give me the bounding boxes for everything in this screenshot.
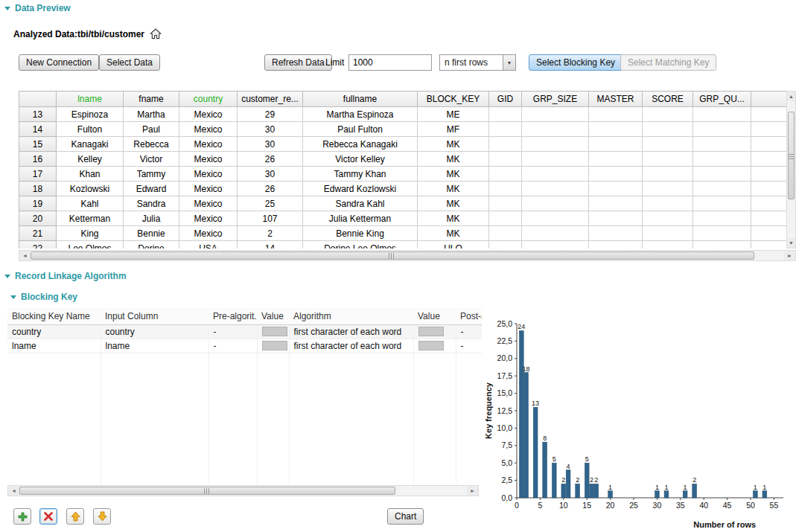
column-header-country[interactable]: country [179, 92, 238, 107]
data-cell [589, 241, 643, 249]
empty-cell [413, 409, 456, 423]
data-row[interactable]: 21KingBennieMexico2Bennie KingMK [19, 226, 787, 241]
data-cell: Victor [124, 152, 179, 167]
post-value-box [413, 324, 456, 339]
data-row[interactable]: 15KanagakiRebeccaMexico30Rebecca Kanagak… [19, 137, 787, 152]
vscroll-track[interactable] [787, 101, 795, 238]
limit-input[interactable] [348, 54, 432, 71]
delete-blocking-key-button[interactable] [39, 508, 57, 525]
value-box [418, 341, 444, 350]
data-cell: Mexico [179, 122, 238, 137]
row-number: 22 [19, 241, 57, 249]
data-row[interactable]: 13EspinozaMarthaMexico29Martha EspinozaM… [19, 107, 787, 122]
blocking-key-name-cell[interactable]: lname [7, 339, 101, 353]
column-header-block-key[interactable]: BLOCK_KEY [418, 92, 489, 107]
empty-cell [208, 381, 257, 395]
hscroll-track[interactable] [19, 486, 467, 496]
refresh-data-button[interactable]: Refresh Data [264, 54, 332, 71]
blocking-key-row[interactable]: countrycountry-first character of each w… [7, 324, 482, 339]
data-cell: ULO [418, 241, 489, 249]
empty-cell [456, 353, 482, 367]
vscroll-thumb[interactable] [788, 112, 795, 199]
blocking-table-horizontal-scrollbar[interactable]: ◄ ► [7, 485, 479, 496]
post-algorithm-cell[interactable]: - [456, 324, 482, 339]
hscroll-track[interactable] [31, 251, 784, 260]
empty-cell [289, 438, 413, 452]
post-algorithm-cell[interactable]: - [456, 339, 482, 353]
column-header-gid[interactable]: GID [489, 92, 522, 107]
rows-mode-dropdown[interactable]: n first rows ▼ [439, 54, 516, 71]
empty-cell [289, 409, 413, 423]
collapse-triangle-icon[interactable] [4, 7, 10, 10]
select-blocking-key-button[interactable]: Select Blocking Key [529, 54, 623, 71]
scroll-right-icon[interactable]: ► [467, 486, 478, 496]
move-down-button[interactable] [93, 508, 111, 525]
blocking-key-row[interactable]: lnamelname-first character of each word- [7, 339, 482, 353]
blocking-key-table[interactable]: Blocking Key NameInput ColumnPre-algorit… [7, 308, 482, 484]
input-column-cell[interactable]: lname [101, 339, 208, 353]
scroll-left-icon[interactable]: ◄ [19, 251, 31, 260]
add-blocking-key-button[interactable] [13, 508, 31, 525]
chart-button[interactable]: Chart [387, 508, 424, 525]
column-header-score[interactable]: SCORE [643, 92, 693, 107]
data-cell: Tammy Khan [303, 167, 418, 182]
collapse-triangle-icon[interactable] [4, 275, 10, 278]
new-connection-button[interactable]: New Connection [19, 54, 99, 71]
data-cell [522, 226, 589, 241]
data-row[interactable]: 20KettermanJuliaMexico107Julia Ketterman… [19, 211, 787, 226]
column-header-customer-re-[interactable]: customer_re... [238, 92, 303, 107]
data-cell: ME [418, 107, 489, 122]
bk-column-header-post-algorith-: Post-algorith... [456, 308, 482, 324]
column-header-grp-size[interactable]: GRP_SIZE [522, 92, 589, 107]
data-row[interactable]: 22Lee OlmosDorineUSA14Dorine Lee OlmosUL… [19, 241, 787, 249]
hscroll-thumb[interactable] [31, 251, 754, 260]
home-icon[interactable] [150, 28, 162, 39]
input-column-cell[interactable]: country [101, 324, 208, 339]
column-header-master[interactable]: MASTER [589, 92, 643, 107]
column-header-blank[interactable] [19, 92, 57, 107]
section-header-blocking-key[interactable]: Blocking Key [10, 292, 77, 302]
column-header-lname[interactable]: lname [57, 92, 124, 107]
blocking-key-name-cell[interactable]: country [7, 324, 101, 339]
empty-cell [208, 480, 257, 484]
data-row[interactable]: 16KelleyVictorMexico26Victor KelleyMK [19, 152, 787, 167]
data-row[interactable]: 14FultonPaulMexico30Paul FultonMF [19, 122, 787, 137]
scroll-left-icon[interactable]: ◄ [8, 486, 19, 496]
algorithm-cell[interactable]: first character of each word [289, 324, 413, 339]
data-cell [693, 122, 751, 137]
column-header-fname[interactable]: fname [124, 92, 179, 107]
section-header-data-preview[interactable]: Data Preview [4, 3, 71, 13]
gold-up-arrow-icon [71, 511, 80, 522]
hscroll-thumb[interactable] [19, 487, 395, 495]
pre-algorithm-cell[interactable]: - [208, 339, 257, 353]
data-cell: Kahl [57, 196, 124, 211]
scroll-right-icon[interactable]: ► [784, 251, 795, 260]
column-header-grp-qu-[interactable]: GRP_QU... [693, 92, 751, 107]
empty-cell [208, 452, 257, 466]
data-preview-table[interactable]: lnamefnamecountrycustomer_re...fullnameB… [19, 91, 786, 249]
data-cell: Mexico [179, 211, 238, 226]
scroll-up-icon[interactable]: ▲ [787, 92, 795, 101]
data-cell [693, 107, 751, 122]
data-row[interactable]: 18KozlowskiEdwardMexico26Edward Kozlowsk… [19, 182, 787, 196]
empty-cell [456, 381, 482, 395]
column-header-blank[interactable] [751, 92, 787, 107]
collapse-triangle-icon[interactable] [10, 295, 16, 299]
data-row[interactable]: 19KahlSandraMexico25Sandra KahlMK [19, 196, 787, 211]
scroll-down-icon[interactable]: ▼ [787, 238, 795, 248]
pre-algorithm-cell[interactable]: - [208, 324, 257, 339]
move-up-button[interactable] [66, 508, 84, 525]
empty-row [7, 353, 482, 367]
algorithm-cell[interactable]: first character of each word [289, 339, 413, 353]
data-cell [589, 152, 643, 167]
row-number: 14 [19, 122, 57, 137]
select-data-button[interactable]: Select Data [99, 54, 160, 71]
section-header-record-linkage[interactable]: Record Linkage Algorithm [4, 271, 127, 281]
data-table-vertical-scrollbar[interactable]: ▲ ▼ [786, 91, 796, 249]
data-table-horizontal-scrollbar[interactable]: ◄ ► [19, 250, 796, 261]
chevron-down-icon[interactable]: ▼ [503, 55, 515, 70]
empty-cell [257, 367, 289, 381]
column-header-fullname[interactable]: fullname [303, 92, 418, 107]
empty-cell [7, 438, 101, 452]
data-row[interactable]: 17KhanTammyMexico30Tammy KhanMK [19, 167, 787, 182]
